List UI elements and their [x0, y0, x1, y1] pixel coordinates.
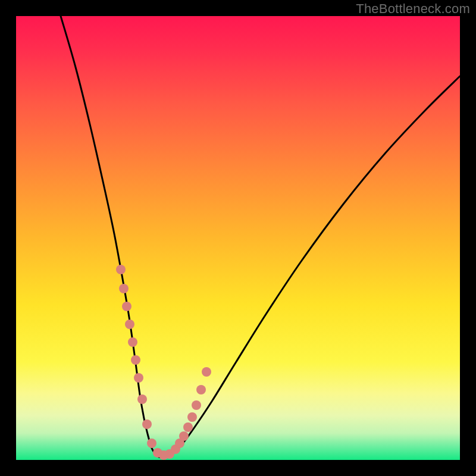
highlight-dot [134, 373, 143, 383]
highlight-dot [119, 284, 129, 293]
bottleneck-curve [61, 16, 460, 458]
highlight-dot [122, 302, 131, 311]
chart-svg [16, 16, 460, 460]
watermark-text: TheBottleneck.com [356, 1, 470, 17]
highlight-dot [125, 320, 134, 329]
highlight-dot [131, 355, 140, 365]
highlight-dot [202, 367, 211, 377]
plot-area [16, 16, 460, 460]
highlight-dot [142, 419, 152, 429]
highlight-dot [137, 394, 147, 404]
marker-group [116, 265, 211, 460]
highlight-dot [116, 265, 126, 274]
highlight-dot [192, 400, 201, 410]
curve-group [61, 16, 460, 458]
highlight-dot [183, 422, 193, 432]
highlight-dot [128, 337, 137, 347]
highlight-dot [196, 385, 206, 394]
highlight-dot [179, 431, 189, 441]
highlight-dot [187, 412, 197, 422]
highlight-dot [147, 439, 156, 448]
chart-frame: TheBottleneck.com [0, 0, 476, 476]
